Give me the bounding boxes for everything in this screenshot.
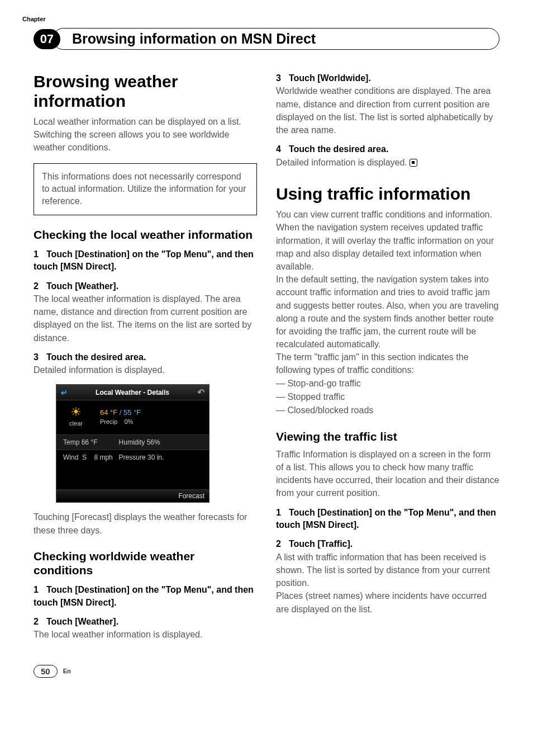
weather-icon-block: ☀ clear bbox=[63, 406, 89, 427]
step-2-worldwide-label: Touch [Weather]. bbox=[46, 617, 118, 626]
step-3-worldwide-body: Worldwide weather conditions are display… bbox=[276, 84, 499, 136]
screenshot-row-temp-humidity: Temp 66 °F Humidity 56% bbox=[56, 434, 209, 450]
humidity-value: 56% bbox=[147, 438, 160, 446]
info-note-box: This informations does not necessarily c… bbox=[34, 163, 257, 215]
step-3-local-label: Touch the desired area. bbox=[46, 352, 146, 362]
step-2-local-body: The local weather information is display… bbox=[34, 292, 257, 344]
weather-intro: Local weather information can be display… bbox=[34, 115, 257, 154]
sun-icon: ☀ bbox=[63, 406, 89, 418]
forecast-button[interactable]: Forecast bbox=[178, 492, 204, 500]
pressure-label: Pressure bbox=[119, 453, 146, 461]
right-column: 3Touch [Worldwide]. Worldwide weather co… bbox=[276, 72, 499, 641]
forecast-note: Touching [Forecast] displays the weather… bbox=[34, 511, 257, 536]
traffic-list-intro: Traffic Information is displayed on a sc… bbox=[276, 448, 499, 500]
screenshot-footer: Forecast bbox=[56, 489, 209, 502]
forecast-bold: Forecast bbox=[74, 512, 109, 522]
step-4-worldwide-title: 4Touch the desired area. bbox=[276, 143, 499, 155]
high-temp: 64 °F bbox=[100, 408, 117, 417]
step-1-local: 1Touch [Destination] on the "Top Menu", … bbox=[34, 248, 257, 273]
chapter-header: 07 Browsing information on MSN Direct bbox=[34, 28, 499, 50]
subheading-local-weather: Checking the local weather information bbox=[34, 228, 257, 242]
step-1-worldwide: 1Touch [Destination] on the "Top Menu", … bbox=[34, 584, 257, 609]
chapter-label: Chapter bbox=[22, 16, 46, 22]
step-2-local-label: Touch [Weather]. bbox=[46, 281, 118, 291]
wind-speed: 8 mph bbox=[94, 453, 112, 461]
screenshot-body: ☀ clear 64 °F / 55 °F Precip 0% bbox=[56, 400, 209, 434]
traffic-intro-a: You can view current traffic conditions … bbox=[276, 208, 499, 273]
temp-block: 64 °F / 55 °F Precip 0% bbox=[100, 408, 202, 425]
step-4-body-text: Detailed information is displayed. bbox=[276, 158, 407, 167]
page-number: 50 bbox=[34, 665, 58, 678]
temp-label: Temp bbox=[63, 438, 79, 446]
step-3-worldwide-label: Touch [Worldwide]. bbox=[289, 73, 371, 83]
step-3-worldwide-title: 3Touch [Worldwide]. bbox=[276, 72, 499, 84]
step-1-traffic: 1Touch [Destination] on the "Top Menu", … bbox=[276, 507, 499, 532]
language-label: En bbox=[63, 668, 71, 674]
step-3-local-title: 3Touch the desired area. bbox=[34, 351, 257, 363]
humidity-label: Humidity bbox=[119, 438, 145, 446]
step-1-worldwide-text: Touch [Destination] on the "Top Menu", a… bbox=[34, 585, 254, 607]
step-1-local-text: Touch [Destination] on the "Top Menu", a… bbox=[34, 249, 254, 271]
chapter-title-container: Browsing information on MSN Direct bbox=[53, 28, 499, 50]
condition-label: clear bbox=[63, 420, 89, 427]
traffic-type-1: — Stop-and-go traffic bbox=[276, 377, 499, 390]
step-4-worldwide-body: Detailed information is displayed. bbox=[276, 156, 499, 169]
step-2-traffic-body-a: A list with traffic information that has… bbox=[276, 551, 499, 590]
weather-details-screenshot: ↵ Local Weather - Details ↶ ☀ clear 64 °… bbox=[56, 384, 210, 503]
back-icon[interactable]: ↵ bbox=[61, 388, 68, 397]
pressure-value: 30 in. bbox=[147, 453, 164, 461]
precip-value: 0% bbox=[124, 418, 133, 425]
traffic-intro-c: The term "traffic jam" in this section i… bbox=[276, 351, 499, 376]
step-2-worldwide-body: The local weather information is display… bbox=[34, 628, 257, 641]
step-2-worldwide-title: 2Touch [Weather]. bbox=[34, 616, 257, 628]
screenshot-title: Local Weather - Details bbox=[96, 389, 169, 396]
page-footer: 50 En bbox=[34, 665, 499, 678]
traffic-intro-b: In the default setting, the navigation s… bbox=[276, 273, 499, 351]
traffic-type-2: — Stopped traffic bbox=[276, 390, 499, 404]
screenshot-row-wind-pressure: Wind S 8 mph Pressure 30 in. bbox=[56, 450, 209, 465]
screenshot-header: ↵ Local Weather - Details ↶ bbox=[56, 385, 209, 400]
subheading-worldwide: Checking worldwide weather conditions bbox=[34, 549, 257, 577]
step-3-local-body: Detailed information is displayed. bbox=[34, 363, 257, 376]
subheading-traffic-list: Viewing the traffic list bbox=[276, 429, 499, 443]
wind-dir: S bbox=[82, 453, 87, 461]
temp-separator: / bbox=[120, 408, 123, 417]
precip-label: Precip bbox=[100, 418, 117, 425]
low-temp: 55 °F bbox=[123, 408, 141, 417]
step-1-traffic-text: Touch [Destination] on the "Top Menu", a… bbox=[276, 508, 496, 530]
forecast-note-a: Touching [ bbox=[34, 512, 74, 522]
step-2-traffic-label: Touch [Traffic]. bbox=[289, 539, 353, 549]
left-column: Browsing weather information Local weath… bbox=[34, 72, 257, 641]
step-2-traffic-title: 2Touch [Traffic]. bbox=[276, 538, 499, 550]
section-heading-weather: Browsing weather information bbox=[34, 72, 257, 111]
step-4-worldwide-label: Touch the desired area. bbox=[289, 144, 388, 154]
wind-label: Wind bbox=[63, 453, 78, 461]
traffic-type-3: — Closed/blocked roads bbox=[276, 404, 499, 417]
step-2-traffic-body-b: Places (street names) where incidents ha… bbox=[276, 589, 499, 615]
section-heading-traffic: Using traffic information bbox=[276, 185, 499, 204]
screenshot-spacer bbox=[56, 465, 209, 489]
end-section-icon bbox=[410, 159, 417, 167]
temp-value: 66 °F bbox=[82, 438, 98, 446]
step-2-local-title: 2Touch [Weather]. bbox=[34, 280, 257, 292]
chapter-title: Browsing information on MSN Direct bbox=[72, 31, 316, 46]
return-icon[interactable]: ↶ bbox=[197, 387, 204, 398]
